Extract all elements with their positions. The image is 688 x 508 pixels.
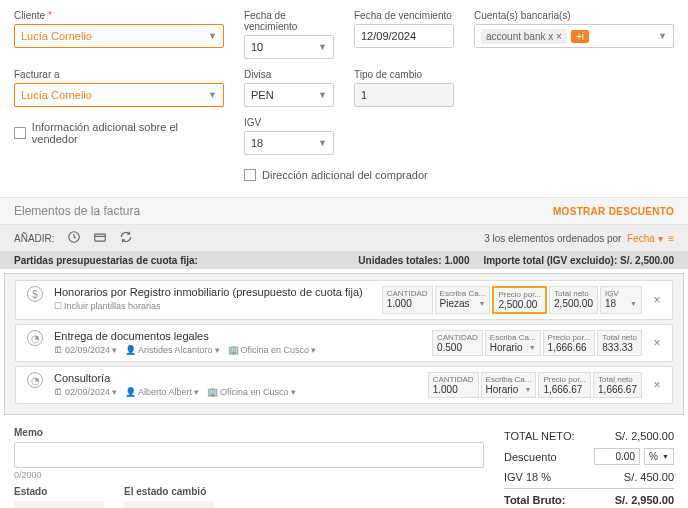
- discount-unit-select[interactable]: %▼: [644, 448, 674, 465]
- line-item[interactable]: $ Honorarios por Registro inmobiliario (…: [15, 280, 673, 320]
- client-label: Cliente: [14, 10, 224, 21]
- sort-field-link[interactable]: Fecha ▾: [627, 233, 663, 244]
- due-day-value: 10: [251, 41, 263, 53]
- currency-label: Divisa: [244, 69, 334, 80]
- clock-icon: ◔: [27, 330, 43, 346]
- memo-count: 0/2000: [14, 470, 484, 480]
- rate-input: 1: [354, 83, 454, 107]
- section-title: Elementos de la factura: [14, 204, 140, 218]
- rate-label: Tipo de cambio: [354, 69, 454, 80]
- line-person: 👤 Alberto Albert ▾: [125, 387, 199, 397]
- billto-value: Lucía Cornelio: [21, 89, 92, 101]
- add-label: AÑADIR:: [14, 233, 55, 244]
- seller-info-label: Información adicional sobre el vendedor: [32, 121, 224, 145]
- line-items-container: $ Honorarios por Registro inmobiliario (…: [4, 273, 684, 415]
- discount-label: Descuento: [504, 451, 557, 463]
- remove-line-button[interactable]: ×: [648, 372, 666, 398]
- rate-value: 1: [361, 89, 367, 101]
- sort-order-icon[interactable]: ≡: [668, 233, 674, 244]
- dollar-icon: $: [27, 286, 43, 302]
- clock-icon: ◔: [27, 372, 43, 388]
- chevron-down-icon: ▼: [318, 90, 327, 100]
- line-office: 🏢 Oficina en Cusco ▾: [228, 345, 317, 355]
- account-chip: account bank x ×: [481, 29, 567, 44]
- total-net-value: S/. 2,500.00: [615, 430, 674, 442]
- total-net-label: TOTAL NETO:: [504, 430, 575, 442]
- currency-select[interactable]: PEN ▼: [244, 83, 334, 107]
- gross-label: Total Bruto:: [504, 494, 566, 506]
- show-discount-button[interactable]: MOSTRAR DESCUENTO: [553, 206, 674, 217]
- chevron-down-icon: ▼: [208, 31, 217, 41]
- state-label: Estado: [14, 486, 104, 497]
- igv-tot-label: IGV 18 %: [504, 471, 551, 483]
- billto-select[interactable]: Lucía Cornelio ▼: [14, 83, 224, 107]
- billto-label: Facturar a: [14, 69, 224, 80]
- seller-info-checkbox[interactable]: [14, 127, 26, 139]
- add-refresh-icon[interactable]: [119, 230, 133, 246]
- line-person: 👤 Aristides Alcantoro ▾: [125, 345, 220, 355]
- memo-label: Memo: [14, 427, 484, 438]
- buyer-addr-label: Dirección adicional del comprador: [262, 169, 428, 181]
- state-changed-label: El estado cambió: [124, 486, 214, 497]
- svg-rect-1: [94, 234, 105, 241]
- igv-select[interactable]: 18 ▼: [244, 131, 334, 155]
- chevron-down-icon: ▼: [208, 90, 217, 100]
- client-select[interactable]: Lucía Cornelio ▼: [14, 24, 224, 48]
- line-title: Consultoría: [54, 372, 422, 384]
- igv-tot-value: S/. 450.00: [624, 471, 674, 483]
- add-card-icon[interactable]: [93, 230, 107, 246]
- totals-panel: TOTAL NETO:S/. 2,500.00 Descuento 0.00 %…: [504, 427, 674, 508]
- discount-input[interactable]: 0.00: [594, 448, 640, 465]
- due-day-label: Fecha de vencimiento: [244, 10, 334, 32]
- currency-value: PEN: [251, 89, 274, 101]
- budget-title: Partidas presupuestarias de cuota fija:: [14, 255, 198, 266]
- budget-totals: Unidades totales: 1.000 Importe total (I…: [358, 255, 674, 266]
- due-day-select[interactable]: 10 ▼: [244, 35, 334, 59]
- line-title: Entrega de documentos legales: [54, 330, 426, 342]
- add-time-icon[interactable]: [67, 230, 81, 246]
- line-date: 🗓 02/09/2024 ▾: [54, 387, 117, 397]
- chevron-down-icon: ▼: [318, 42, 327, 52]
- buyer-addr-checkbox[interactable]: [244, 169, 256, 181]
- due-date-label: Fecha de vencimiento: [354, 10, 454, 21]
- client-value: Lucía Cornelio: [21, 30, 92, 42]
- igv-value: 18: [251, 137, 263, 149]
- state-input[interactable]: [14, 501, 104, 508]
- due-date-value: 12/09/2024: [361, 30, 416, 42]
- state-changed-value: 02/09/2024: [124, 501, 214, 508]
- remove-line-button[interactable]: ×: [648, 330, 666, 356]
- memo-input[interactable]: [14, 442, 484, 468]
- igv-label: IGV: [244, 117, 334, 128]
- line-date: 🗓 02/09/2024 ▾: [54, 345, 117, 355]
- include-templates-checkbox[interactable]: ☐ Incluir plantillas horarias: [54, 301, 161, 311]
- line-title: Honorarios por Registro inmobiliario (pr…: [54, 286, 376, 298]
- accounts-select[interactable]: account bank x × +i ▼: [474, 24, 674, 48]
- due-date-input[interactable]: 12/09/2024: [354, 24, 454, 48]
- account-extra-badge: +i: [571, 30, 589, 43]
- chevron-down-icon: ▼: [658, 31, 667, 41]
- price-field-highlighted[interactable]: Precio por...2,500.00: [492, 286, 547, 314]
- line-item[interactable]: ◔ Entrega de documentos legales 🗓 02/09/…: [15, 324, 673, 362]
- chevron-down-icon: ▼: [318, 138, 327, 148]
- sort-text: 3 los elementos ordenados por Fecha ▾ ≡: [484, 233, 674, 244]
- remove-line-button[interactable]: ×: [648, 286, 666, 314]
- accounts-label: Cuenta(s) bancaria(s): [474, 10, 674, 21]
- line-item[interactable]: ◔ Consultoría 🗓 02/09/2024 ▾ 👤 Alberto A…: [15, 366, 673, 404]
- gross-value: S/. 2,950.00: [615, 494, 674, 506]
- line-office: 🏢 Oficina en Cusco ▾: [207, 387, 296, 397]
